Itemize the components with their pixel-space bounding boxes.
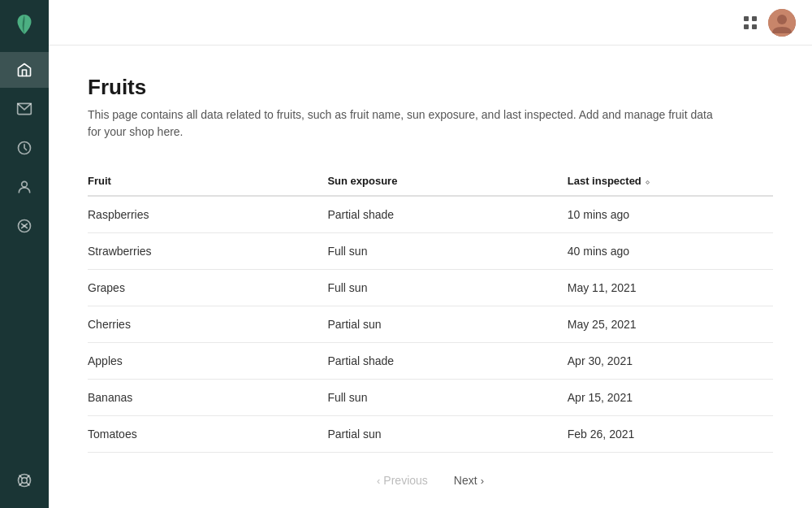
- cell-last-inspected: May 25, 2021: [568, 306, 773, 343]
- fruits-table-wrap: Fruit Sun exposure Last inspected ⬦: [88, 167, 773, 453]
- user-icon: [16, 179, 32, 195]
- svg-rect-14: [744, 24, 749, 29]
- sort-last-inspected[interactable]: Last inspected ⬦: [568, 175, 763, 187]
- cell-sun-exposure: Partial sun: [327, 416, 567, 453]
- page-title: Fruits: [88, 75, 773, 100]
- app-logo: [10, 10, 39, 39]
- svg-rect-15: [752, 24, 757, 29]
- sort-icon: ⬦: [645, 176, 650, 186]
- cell-last-inspected: Feb 26, 2021: [568, 416, 773, 453]
- topbar: [49, 0, 812, 46]
- cell-last-inspected: May 11, 2021: [568, 270, 773, 306]
- fruits-table: Fruit Sun exposure Last inspected ⬦: [88, 167, 773, 453]
- cell-sun-exposure: Partial shade: [327, 196, 567, 233]
- mail-icon: [16, 101, 32, 117]
- cell-fruit: Raspberries: [88, 196, 327, 233]
- table-row: Raspberries Partial shade 10 mins ago: [88, 196, 773, 233]
- cell-last-inspected: 40 mins ago: [568, 233, 773, 270]
- grid-icon[interactable]: [742, 15, 758, 31]
- col-header-sun-exposure: Sun exposure: [327, 167, 567, 196]
- previous-button[interactable]: ‹ Previous: [365, 469, 439, 492]
- sidebar-bottom: [0, 462, 49, 498]
- sidebar-nav: [0, 52, 49, 244]
- cell-fruit: Strawberries: [88, 233, 327, 270]
- table-row: Tomatoes Partial sun Feb 26, 2021: [88, 416, 773, 453]
- cell-fruit: Apples: [88, 343, 327, 380]
- table-header: Fruit Sun exposure Last inspected ⬦: [88, 167, 773, 196]
- svg-rect-13: [752, 16, 757, 21]
- svg-rect-12: [744, 16, 749, 21]
- cell-last-inspected: Apr 15, 2021: [568, 380, 773, 416]
- svg-point-2: [22, 181, 28, 187]
- cell-sun-exposure: Full sun: [327, 233, 567, 270]
- support-icon: [16, 472, 32, 488]
- next-button[interactable]: Next ›: [443, 469, 495, 492]
- col-header-fruit: Fruit: [88, 167, 327, 196]
- help-icon: [16, 218, 32, 234]
- page-description: This page contains all data related to f…: [88, 106, 721, 141]
- cell-last-inspected: 10 mins ago: [568, 196, 773, 233]
- content-area: Fruits This page contains all data relat…: [49, 46, 812, 508]
- sidebar-item-home[interactable]: [0, 52, 49, 88]
- table-row: Bananas Full sun Apr 15, 2021: [88, 380, 773, 416]
- sidebar-item-help[interactable]: [0, 208, 49, 244]
- cell-last-inspected: Apr 30, 2021: [568, 343, 773, 380]
- svg-line-8: [19, 475, 22, 478]
- home-icon: [16, 62, 32, 78]
- chevron-left-icon: ‹: [377, 475, 380, 486]
- sidebar-item-support[interactable]: [0, 462, 49, 498]
- cell-fruit: Tomatoes: [88, 416, 327, 453]
- sidebar: [0, 0, 49, 508]
- sidebar-item-user[interactable]: [0, 169, 49, 205]
- svg-line-10: [27, 483, 29, 485]
- table-row: Grapes Full sun May 11, 2021: [88, 270, 773, 306]
- sidebar-item-mail[interactable]: [0, 91, 49, 127]
- sidebar-item-clock[interactable]: [0, 130, 49, 166]
- cell-sun-exposure: Partial sun: [327, 306, 567, 343]
- clock-icon: [16, 140, 32, 156]
- cell-sun-exposure: Partial shade: [327, 343, 567, 380]
- svg-point-17: [777, 15, 787, 24]
- avatar-image: [768, 9, 796, 37]
- avatar[interactable]: [768, 9, 796, 37]
- cell-sun-exposure: Full sun: [327, 270, 567, 306]
- chevron-right-icon: ›: [481, 475, 484, 486]
- cell-fruit: Bananas: [88, 380, 327, 416]
- cell-sun-exposure: Full sun: [327, 380, 567, 416]
- table-row: Cherries Partial sun May 25, 2021: [88, 306, 773, 343]
- svg-point-7: [22, 478, 28, 484]
- cell-fruit: Cherries: [88, 306, 327, 343]
- col-header-last-inspected[interactable]: Last inspected ⬦: [568, 167, 773, 196]
- svg-line-9: [27, 475, 29, 478]
- table-body: Raspberries Partial shade 10 mins ago St…: [88, 196, 773, 453]
- svg-line-11: [19, 483, 22, 485]
- cell-fruit: Grapes: [88, 270, 327, 306]
- table-row: Strawberries Full sun 40 mins ago: [88, 233, 773, 270]
- table-row: Apples Partial shade Apr 30, 2021: [88, 343, 773, 380]
- main-area: Fruits This page contains all data relat…: [49, 0, 812, 508]
- pagination: ‹ Previous Next ›: [88, 453, 773, 500]
